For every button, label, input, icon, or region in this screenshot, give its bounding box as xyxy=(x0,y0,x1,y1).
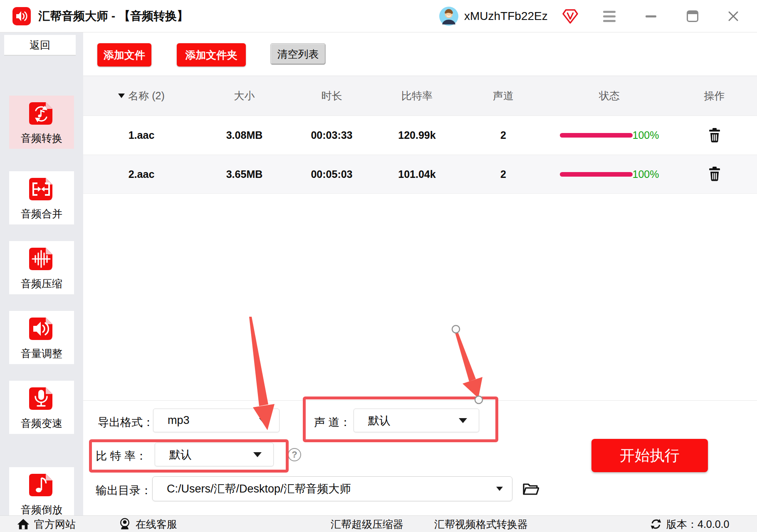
username[interactable]: xMUzhTFb22Ez xyxy=(464,0,548,32)
app-title: 汇帮音频大师 - 【音频转换】 xyxy=(38,0,188,32)
chevron-down-icon xyxy=(459,418,467,423)
bitrate-label: 比 特 率： xyxy=(96,448,147,463)
help-icon[interactable]: ? xyxy=(288,448,301,461)
app-window: 汇帮音频大师 - 【音频转换】 xMUzhTFb22Ez xyxy=(0,0,757,532)
sidebar-item-audio-reverse[interactable]: 音频倒放 xyxy=(9,467,74,520)
audio-merge-icon xyxy=(28,176,55,204)
column-header-name[interactable]: 名称 (2) xyxy=(83,89,200,103)
channel-value: 默认 xyxy=(354,413,459,428)
cell-actions xyxy=(672,127,757,144)
clear-list-button[interactable]: 清空列表 xyxy=(270,43,326,65)
minimize-button[interactable] xyxy=(636,0,665,32)
online-support-link[interactable]: 在线客服 xyxy=(118,516,177,532)
sidebar-item-audio-convert[interactable]: 音频转换 xyxy=(9,96,74,149)
audio-speed-icon xyxy=(28,386,55,414)
delete-row-icon[interactable] xyxy=(707,166,722,182)
chevron-down-icon xyxy=(259,418,267,423)
column-header-size: 大小 xyxy=(200,89,289,103)
sidebar-item-label: 音频压缩 xyxy=(21,277,62,291)
channel-dropdown[interactable]: 默认 xyxy=(354,409,479,432)
chevron-down-icon xyxy=(496,487,503,491)
home-icon xyxy=(17,517,30,531)
cell-bitrate: 120.99k xyxy=(374,129,460,141)
sidebar-item-label: 音量调整 xyxy=(21,347,62,360)
table-header: 名称 (2) 大小 时长 比特率 声道 状态 操作 xyxy=(83,76,757,116)
progress-bar xyxy=(560,133,633,138)
app-logo-icon xyxy=(12,7,31,25)
version-info[interactable]: 版本：4.0.0.0 xyxy=(650,516,729,532)
maximize-button[interactable] xyxy=(678,0,707,32)
progress-percent: 100% xyxy=(633,129,659,141)
sort-desc-icon xyxy=(118,94,125,98)
sidebar-item-label: 音频合并 xyxy=(21,207,62,221)
cell-channels: 2 xyxy=(460,129,547,141)
title-bar: 汇帮音频大师 - 【音频转换】 xMUzhTFb22Ez xyxy=(0,0,757,32)
output-dir-label: 输出目录： xyxy=(96,483,152,498)
user-avatar[interactable] xyxy=(439,7,458,26)
sidebar-item-audio-speed[interactable]: 音频变速 xyxy=(9,381,74,434)
progress-percent: 100% xyxy=(633,168,659,180)
column-header-status: 状态 xyxy=(547,89,672,103)
audio-reverse-icon xyxy=(28,472,55,500)
channel-label: 声 道： xyxy=(314,415,351,430)
delete-row-icon[interactable] xyxy=(707,127,722,144)
vip-badge-icon[interactable] xyxy=(562,8,578,24)
cell-name: 2.aac xyxy=(83,168,200,180)
audio-convert-icon xyxy=(28,101,55,129)
table-row[interactable]: 1.aac 3.08MB 00:03:33 120.99k 2 100% xyxy=(83,116,757,155)
volume-adjust-icon xyxy=(28,316,55,344)
status-bar: 官方网站 在线客服 汇帮超级压缩器 汇帮视频格式转换器 版本：4.0.0.0 xyxy=(0,515,757,532)
sidebar-item-label: 音频转换 xyxy=(21,131,62,145)
add-folder-button[interactable]: 添加文件夹 xyxy=(177,43,246,66)
column-header-bitrate: 比特率 xyxy=(374,89,460,103)
column-header-duration: 时长 xyxy=(289,89,374,103)
back-button[interactable]: 返回 xyxy=(4,35,76,56)
cell-status: 100% xyxy=(547,168,672,180)
export-format-label: 导出格式： xyxy=(98,415,154,430)
sidebar-item-label: 音频倒放 xyxy=(21,503,62,517)
cell-duration: 00:03:33 xyxy=(289,129,374,141)
export-format-value: mp3 xyxy=(153,414,259,427)
cell-bitrate: 101.04k xyxy=(374,168,460,180)
bitrate-dropdown[interactable]: 默认 xyxy=(155,443,274,466)
column-header-channels: 声道 xyxy=(460,89,547,103)
column-header-actions: 操作 xyxy=(672,89,757,103)
sidebar: 返回 音频转换 xyxy=(0,32,83,515)
add-file-button[interactable]: 添加文件 xyxy=(97,43,151,66)
settings-divider xyxy=(83,400,757,401)
browse-folder-icon[interactable] xyxy=(522,480,539,499)
sidebar-item-label: 音频变速 xyxy=(21,416,62,430)
sidebar-item-audio-merge[interactable]: 音频合并 xyxy=(9,171,74,224)
progress-bar xyxy=(560,172,633,177)
cell-size: 3.65MB xyxy=(200,168,289,180)
cell-actions xyxy=(672,166,757,182)
start-button[interactable]: 开始执行 xyxy=(591,439,708,472)
sidebar-item-volume-adjust[interactable]: 音量调整 xyxy=(9,311,74,364)
output-dir-dropdown[interactable]: C:/Users/汇帮/Desktop/汇帮音频大师 xyxy=(152,476,512,501)
audio-compress-icon xyxy=(28,246,55,274)
output-dir-value: C:/Users/汇帮/Desktop/汇帮音频大师 xyxy=(153,481,496,496)
update-refresh-icon xyxy=(650,518,662,530)
table-row[interactable]: 2.aac 3.65MB 00:05:03 101.04k 2 100% xyxy=(83,155,757,194)
video-converter-link[interactable]: 汇帮视频格式转换器 xyxy=(434,516,528,532)
menu-icon[interactable] xyxy=(595,0,624,32)
cell-duration: 00:05:03 xyxy=(289,168,374,180)
cell-name: 1.aac xyxy=(83,129,200,141)
bitrate-value: 默认 xyxy=(155,447,253,462)
cell-size: 3.08MB xyxy=(200,129,289,141)
compressor-link[interactable]: 汇帮超级压缩器 xyxy=(331,516,403,532)
chevron-down-icon xyxy=(253,452,262,457)
close-button[interactable] xyxy=(719,0,748,32)
export-format-dropdown[interactable]: mp3 xyxy=(153,409,280,432)
sidebar-item-audio-compress[interactable]: 音频压缩 xyxy=(9,241,74,294)
cell-status: 100% xyxy=(547,129,672,141)
support-agent-icon xyxy=(118,517,131,531)
official-site-link[interactable]: 官方网站 xyxy=(17,516,76,532)
cell-channels: 2 xyxy=(460,168,547,180)
